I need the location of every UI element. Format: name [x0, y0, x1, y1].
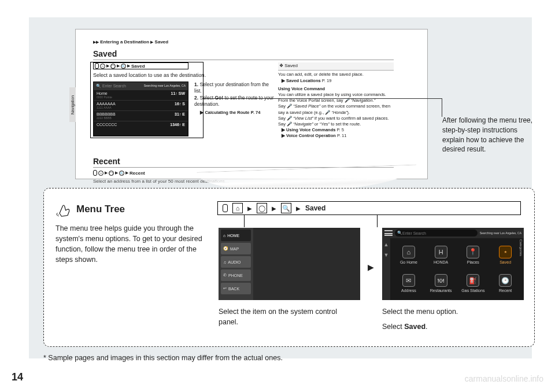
- list-item: BBBBBBB2222 BBBB31↑ E: [94, 110, 188, 121]
- voice-icon: 🎤: [325, 110, 330, 115]
- menu-tree-explainer: Menu Tree The menu tree helps guide you …: [43, 188, 535, 347]
- home-icon: ⌂: [223, 234, 225, 238]
- up-icon[interactable]: ▲: [384, 242, 389, 247]
- voice-icon: 🎤: [287, 103, 292, 109]
- crumb-last: Saved: [131, 64, 145, 69]
- search-icon: 🔍: [121, 64, 126, 69]
- sidebar-item-back[interactable]: ↩BACK: [221, 283, 251, 294]
- address-icon: ✉: [402, 274, 415, 287]
- breadcrumb-arrow-icon: ▶▶: [93, 40, 99, 44]
- chevron-right-icon: ▶: [127, 64, 130, 68]
- breadcrumb: ▶▶ Entering a Destination ▶ Saved: [93, 39, 168, 45]
- home-icon: ⌂: [232, 203, 243, 213]
- pin-icon: 📍: [467, 246, 479, 258]
- star-icon: ⭑: [499, 246, 512, 258]
- caption-menu-option: Select the menu option. Select Saved.: [382, 307, 521, 332]
- leader-line: [377, 215, 378, 227]
- chevron-right-icon: ▶: [247, 205, 252, 212]
- list-item: CCCCCCC1346↑ E: [94, 121, 188, 128]
- search-input[interactable]: 🔍 Enter Search: [395, 230, 478, 236]
- down-icon[interactable]: ▼: [384, 252, 389, 258]
- phone-icon: ✆: [223, 273, 227, 278]
- list-item: AAAAAAA1111 AAAA16↑ S: [94, 100, 188, 110]
- home-icon: ⌂: [98, 171, 103, 176]
- navigation-panel-screenshot: 🔍 Enter Search Searching near Los Angele…: [382, 228, 524, 300]
- menu-tree-paragraph: The menu tree helps guide you through th…: [56, 223, 206, 265]
- xref-page: P. 74: [251, 110, 261, 115]
- chevron-right-icon: ▶: [368, 262, 374, 272]
- page-number: 14: [12, 371, 23, 383]
- nav-tile-places[interactable]: 📍Places: [457, 241, 490, 269]
- map-icon: 🧭: [223, 246, 228, 251]
- chevron-right-icon: ▶: [272, 205, 276, 212]
- voice-icon: [93, 170, 97, 176]
- nav-tile-go-home[interactable]: ⌂Go Home: [393, 241, 425, 269]
- voice-icon: [95, 63, 99, 69]
- home-icon: ⌂: [100, 64, 105, 69]
- chevron-right-icon: ▶: [106, 64, 109, 68]
- search-placeholder: 🔍 Enter Search: [96, 84, 126, 88]
- leader-line: [204, 98, 442, 99]
- breadcrumb-seg1: Entering a Destination: [100, 39, 149, 45]
- categories-tab[interactable]: Categories: [519, 239, 523, 256]
- home-icon: ⌂: [402, 246, 415, 258]
- back-icon: ↩: [223, 286, 227, 291]
- nav-icon: ◯: [109, 171, 114, 176]
- audio-icon: ♫: [223, 260, 226, 264]
- caption-system-panel: Select the item on the system control pa…: [219, 307, 357, 327]
- nav-tile-gas[interactable]: ⛽Gas Stations: [457, 269, 490, 298]
- side-strip: ▲ ▼: [382, 238, 390, 300]
- section-title-saved: Saved: [93, 49, 394, 60]
- sidebar-item-phone[interactable]: ✆PHONE: [221, 269, 251, 281]
- chevron-right-icon: ▶: [105, 171, 108, 175]
- watermark: carmanualsonline.info: [465, 374, 543, 383]
- voice-icon: [223, 204, 228, 212]
- menu-tree-path-saved: ⌂ ▶ ◯ ▶ 🔍 ▶ Saved: [93, 62, 188, 69]
- voice-icon: 🎤: [287, 121, 292, 127]
- nav-icon: ◯: [257, 203, 267, 213]
- nav-tile-honda[interactable]: HHONDA: [425, 241, 457, 269]
- hand-press-icon: [56, 201, 72, 217]
- system-panel-sidebar: ⌂HOME 🧭MAP ♫AUDIO ✆PHONE ↩BACK: [219, 228, 253, 300]
- leader-line: [244, 215, 245, 227]
- instruction-line: Select a saved location to use as the de…: [93, 72, 206, 78]
- side-tab-navigation: Navigation: [69, 87, 76, 122]
- search-region: Searching near Los Angeles, CA: [480, 232, 521, 235]
- menu-tree-path-recent: ⌂ ▶ ◯ ▶ 🔍 ▶ Recent: [93, 170, 145, 176]
- xref-label: Calculating the Route: [205, 110, 249, 115]
- chevron-right-icon: ▶: [117, 64, 120, 68]
- system-panel-screenshot: ⌂HOME 🧭MAP ♫AUDIO ✆PHONE ↩BACK: [219, 228, 360, 300]
- list-item: Home0000 Pointe11↑ SW: [94, 90, 188, 100]
- restaurant-icon: 🍽: [435, 274, 447, 287]
- nav-tile-recent[interactable]: 🕑Recent: [489, 269, 521, 298]
- search-icon: 🔍: [281, 203, 291, 213]
- search-icon: 🔍: [119, 171, 124, 176]
- info-icon: ❖: [279, 63, 283, 68]
- xref-icon: ▶: [200, 110, 204, 115]
- breadcrumb-seg2: Saved: [155, 39, 169, 45]
- search-region: Searching near Los Angeles, CA: [144, 84, 186, 87]
- sidebar-item-audio[interactable]: ♫AUDIO: [221, 256, 251, 268]
- chevron-right-icon: ▶: [296, 205, 301, 212]
- gas-icon: ⛽: [467, 274, 479, 287]
- chevron-right-icon: ▶: [115, 171, 118, 175]
- honda-icon: H: [435, 246, 447, 258]
- saved-list-screenshot: 🔍 Enter Search Searching near Los Angele…: [93, 82, 188, 136]
- breadcrumb-arrow-icon: ▶: [150, 40, 153, 44]
- section-title-recent: Recent: [93, 157, 394, 168]
- sidebar-item-home[interactable]: ⌂HOME: [221, 230, 251, 241]
- recent-icon: 🕑: [499, 274, 512, 287]
- chevron-right-icon: ▶: [125, 171, 128, 175]
- nav-tile-restaurants[interactable]: 🍽Restaurants: [425, 269, 457, 298]
- menu-icon[interactable]: [384, 230, 393, 236]
- crumb-last: Recent: [130, 171, 145, 176]
- footnote: * Sample pages and images in this sectio…: [43, 354, 283, 362]
- menu-tree-last: Saved: [305, 204, 325, 212]
- nav-tile-saved[interactable]: ⭑Saved: [489, 241, 521, 269]
- menu-tree-bar: ⌂ ▶ ◯ ▶ 🔍 ▶ Saved: [217, 201, 521, 215]
- voice-icon: 🎤: [287, 116, 292, 121]
- sidebar-item-map[interactable]: 🧭MAP: [221, 243, 251, 254]
- nav-tile-address[interactable]: ✉Address: [393, 269, 425, 298]
- nav-icon: ◯: [110, 64, 116, 69]
- leader-line: [442, 98, 442, 117]
